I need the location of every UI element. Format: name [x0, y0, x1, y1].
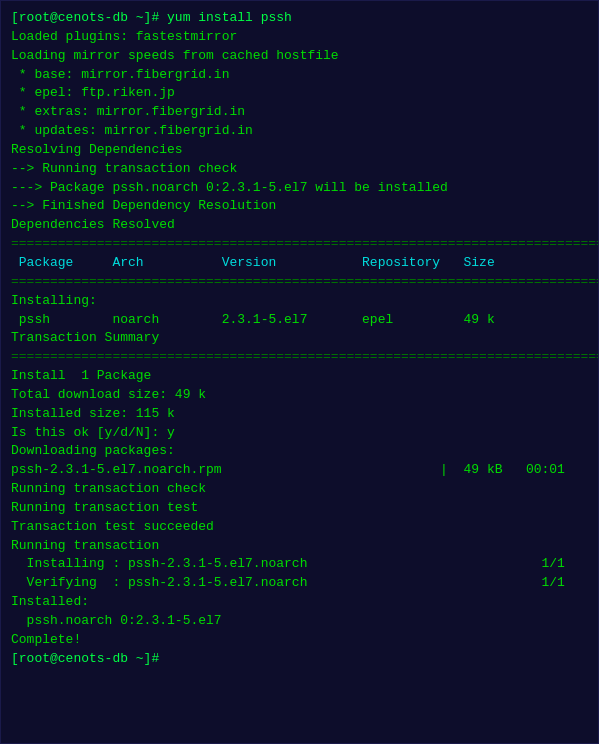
terminal-line: Package Arch Version Repository Size	[11, 254, 588, 273]
terminal-line: Running transaction	[11, 537, 588, 556]
terminal-line: Transaction test succeeded	[11, 518, 588, 537]
terminal-line: pssh.noarch 0:2.3.1-5.el7	[11, 612, 588, 631]
terminal-line: [root@cenots-db ~]# yum install pssh	[11, 9, 588, 28]
terminal-line: [root@cenots-db ~]#	[11, 650, 588, 669]
terminal-line: * updates: mirror.fibergrid.in	[11, 122, 588, 141]
terminal-line: Install 1 Package	[11, 367, 588, 386]
terminal-line: Installing : pssh-2.3.1-5.el7.noarch 1/1	[11, 555, 588, 574]
terminal-line: ========================================…	[11, 273, 588, 292]
terminal-line: ========================================…	[11, 235, 588, 254]
terminal-line: Loaded plugins: fastestmirror	[11, 28, 588, 47]
terminal-line: Installed size: 115 k	[11, 405, 588, 424]
terminal-output: [root@cenots-db ~]# yum install psshLoad…	[11, 9, 588, 669]
terminal-line: Total download size: 49 k	[11, 386, 588, 405]
terminal-line: ========================================…	[11, 348, 588, 367]
terminal-line: * epel: ftp.riken.jp	[11, 84, 588, 103]
terminal-line: * base: mirror.fibergrid.in	[11, 66, 588, 85]
terminal-line: ---> Package pssh.noarch 0:2.3.1-5.el7 w…	[11, 179, 588, 198]
terminal-line: Running transaction test	[11, 499, 588, 518]
terminal-line: Loading mirror speeds from cached hostfi…	[11, 47, 588, 66]
terminal-line: * extras: mirror.fibergrid.in	[11, 103, 588, 122]
terminal-line: Dependencies Resolved	[11, 216, 588, 235]
terminal-line: pssh noarch 2.3.1-5.el7 epel 49 k	[11, 311, 588, 330]
terminal-line: Downloading packages:	[11, 442, 588, 461]
terminal-line: Verifying : pssh-2.3.1-5.el7.noarch 1/1	[11, 574, 588, 593]
terminal-line: --> Running transaction check	[11, 160, 588, 179]
terminal-line: Installed:	[11, 593, 588, 612]
terminal-line: Complete!	[11, 631, 588, 650]
terminal-line: Resolving Dependencies	[11, 141, 588, 160]
terminal-line: Transaction Summary	[11, 329, 588, 348]
terminal-line: pssh-2.3.1-5.el7.noarch.rpm | 49 kB 00:0…	[11, 461, 588, 480]
terminal-line: Running transaction check	[11, 480, 588, 499]
terminal-line: Is this ok [y/d/N]: y	[11, 424, 588, 443]
terminal-line: --> Finished Dependency Resolution	[11, 197, 588, 216]
terminal-line: Installing:	[11, 292, 588, 311]
terminal-window: [root@cenots-db ~]# yum install psshLoad…	[0, 0, 599, 744]
